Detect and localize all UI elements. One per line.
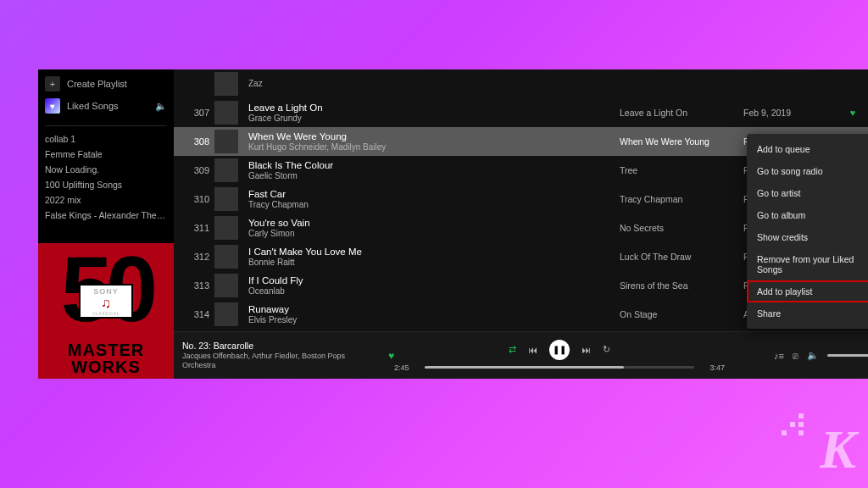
create-playlist-label: Create Playlist xyxy=(67,79,167,89)
track-meta: When We Were Young Kurt Hugo Schneider, … xyxy=(248,130,615,153)
track-index: 310 xyxy=(182,194,209,204)
now-playing-title: No. 23: Barcarolle xyxy=(182,341,380,352)
album-cover[interactable]: 50 SONY ♫ CLASSICAL MASTER WORKS xyxy=(38,243,174,379)
track-artist: Kurt Hugo Schneider, Madilyn Bailey xyxy=(248,142,615,153)
track-artist: Tracy Chapman xyxy=(248,200,615,211)
track-album: No Secrets xyxy=(620,223,738,233)
album-art xyxy=(214,274,238,297)
devices-icon[interactable]: ⎚ xyxy=(793,351,798,361)
now-playing-left: No. 23: Barcarolle Jacques Offenbach, Ar… xyxy=(182,341,394,371)
sidebar-playlist-item[interactable]: collab 1 xyxy=(45,131,167,147)
context-menu-item[interactable]: Go to album xyxy=(747,204,868,226)
context-menu-label: Add to playlist xyxy=(757,286,812,297)
heart-icon: ♥ xyxy=(45,98,60,114)
liked-songs-label: Liked Songs xyxy=(67,101,148,111)
album-art xyxy=(214,302,238,326)
context-menu-label: Go to song radio xyxy=(757,166,823,176)
context-menu-label: Remove from your Liked Songs xyxy=(757,254,868,274)
track-meta: Leave a Light On Grace Grundy xyxy=(248,102,615,125)
sidebar-playlist-item[interactable]: Now Loading. xyxy=(45,162,167,177)
create-playlist[interactable]: + Create Playlist xyxy=(45,73,167,95)
track-index: 313 xyxy=(182,280,209,291)
album-art xyxy=(214,72,238,96)
note-icon: ♫ xyxy=(81,296,131,311)
playlist-list: collab 1Femme FataleNow Loading.100 Upli… xyxy=(38,130,174,225)
track-date: Feb 9, 2019 xyxy=(743,108,837,118)
track-album: On Stage xyxy=(620,309,738,319)
context-menu-item[interactable]: Add to queue xyxy=(747,138,868,160)
progress-track[interactable] xyxy=(425,366,694,369)
context-menu-item[interactable]: Share▶ xyxy=(747,302,868,324)
track-row[interactable]: 307 Leave a Light On Grace Grundy Leave … xyxy=(174,98,868,127)
context-menu-item[interactable]: Go to artist▶ xyxy=(747,182,868,204)
volume-fill xyxy=(827,354,868,357)
divider xyxy=(45,125,167,126)
album-art xyxy=(214,216,238,240)
context-menu-item[interactable]: Add to playlist▶ xyxy=(747,280,868,302)
context-menu: Add to queueGo to song radioGo to artist… xyxy=(747,134,868,329)
heart-icon[interactable]: ♥ xyxy=(388,350,394,362)
track-index: 312 xyxy=(182,252,209,262)
total-time: 3:47 xyxy=(701,363,725,372)
plus-icon: + xyxy=(45,76,60,92)
track-title: When We Were Young xyxy=(248,130,615,142)
context-menu-item[interactable]: Remove from your Liked Songs xyxy=(747,248,868,280)
album-art xyxy=(214,158,238,182)
speaker-icon: 🔈 xyxy=(155,101,167,112)
track-album: Tracy Chapman xyxy=(620,194,738,204)
track-title: Leave a Light On xyxy=(248,102,615,114)
cover-logo: SONY ♫ CLASSICAL xyxy=(79,284,133,319)
track-artist: Grace Grundy xyxy=(248,114,615,125)
sidebar-playlist-item[interactable]: 100 Uplifting Songs xyxy=(45,177,167,192)
pause-button[interactable]: ❚❚ xyxy=(549,340,570,360)
elapsed-time: 2:45 xyxy=(394,363,418,372)
now-playing-bar: No. 23: Barcarolle Jacques Offenbach, Ar… xyxy=(174,331,868,379)
track-artist: Oceanlab xyxy=(248,286,615,297)
sidebar-top: + Create Playlist ♥ Liked Songs 🔈 xyxy=(38,69,174,122)
sidebar-playlist-item[interactable]: False Kings - Alexander The… xyxy=(45,208,167,223)
cover-master: MASTER xyxy=(38,341,174,358)
now-playing-info: No. 23: Barcarolle Jacques Offenbach, Ar… xyxy=(182,341,380,371)
track-meta: If I Could Fly Oceanlab xyxy=(248,274,615,297)
context-menu-item[interactable]: Go to song radio xyxy=(747,160,868,182)
context-menu-label: Share xyxy=(757,308,781,319)
track-title: Fast Car xyxy=(248,188,615,200)
shuffle-icon[interactable]: ⇄ xyxy=(509,344,516,355)
track-album: Tree xyxy=(620,165,738,175)
volume-icon[interactable]: 🔈 xyxy=(807,350,819,361)
heart-icon[interactable]: ♥ xyxy=(842,108,864,118)
track-row-partial[interactable]: Zaz xyxy=(174,69,868,98)
repeat-icon[interactable]: ↻ xyxy=(603,344,610,355)
track-meta: I Can't Make You Love Me Bonnie Raitt xyxy=(248,246,615,269)
now-playing-subtitle: Jacques Offenbach, Arthur Fiedler, Bosto… xyxy=(182,352,380,371)
previous-icon[interactable]: ⏮ xyxy=(528,345,537,355)
context-menu-label: Go to artist xyxy=(757,188,800,198)
next-icon[interactable]: ⏭ xyxy=(581,345,591,355)
track-album: Luck Of The Draw xyxy=(620,252,738,262)
now-playing-right: ♪≡ ⎚ 🔈 ⤢ xyxy=(725,350,868,361)
track-index: 311 xyxy=(182,223,209,233)
watermark-dots xyxy=(782,413,804,435)
seek-bar[interactable]: 2:45 3:47 xyxy=(394,363,725,372)
track-meta: Black Is The Colour Gaelic Storm xyxy=(248,159,615,182)
context-menu-label: Show credits xyxy=(757,232,808,242)
track-title: Black Is The Colour xyxy=(248,159,615,171)
volume-slider[interactable] xyxy=(827,354,868,357)
cover-classical-text: CLASSICAL xyxy=(81,311,131,316)
cover-works: WORKS xyxy=(38,358,174,375)
app-window: + Create Playlist ♥ Liked Songs 🔈 collab… xyxy=(38,69,831,379)
liked-songs[interactable]: ♥ Liked Songs 🔈 xyxy=(45,95,167,117)
track-album: Leave a Light On xyxy=(620,108,738,118)
context-menu-item[interactable]: Show credits xyxy=(747,226,868,248)
sidebar-playlist-item[interactable]: Femme Fatale xyxy=(45,147,167,162)
cover-title: MASTER WORKS xyxy=(38,341,174,375)
sidebar-playlist-item[interactable]: 2022 mix xyxy=(45,192,167,208)
track-title: If I Could Fly xyxy=(248,274,615,286)
track-index: 314 xyxy=(182,309,209,319)
cover-sony-text: SONY xyxy=(81,287,131,296)
context-menu-label: Go to album xyxy=(757,210,805,220)
watermark-k: K xyxy=(820,419,856,481)
queue-icon[interactable]: ♪≡ xyxy=(774,351,784,361)
track-artist: Gaelic Storm xyxy=(248,171,615,182)
sidebar: + Create Playlist ♥ Liked Songs 🔈 collab… xyxy=(38,69,174,379)
